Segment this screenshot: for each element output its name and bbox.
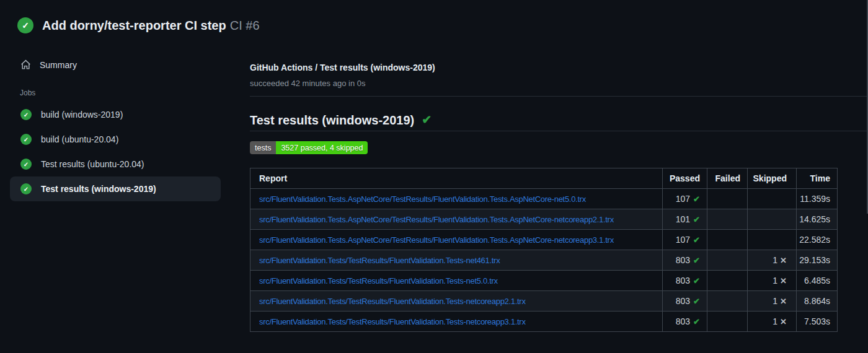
- job-success-icon: ✓: [20, 159, 32, 170]
- workflow-run-page: ✓ Add dorny/test-reporter CI stepCI #6 S…: [0, 0, 868, 353]
- report-table-row: src/FluentValidation.Tests.AspNetCore/Te…: [250, 189, 838, 209]
- run-title-text: Add dorny/test-reporter CI step: [42, 19, 226, 32]
- badge-value: 3527 passed, 4 skipped: [276, 141, 368, 154]
- column-header-passed: Passed: [663, 168, 707, 189]
- passed-cell: 107✔: [663, 230, 707, 250]
- passed-cell: 803✔: [663, 291, 707, 312]
- badge-label: tests: [250, 141, 276, 154]
- passed-cell: 101✔: [663, 209, 707, 230]
- heading-check-icon: ✔: [422, 112, 432, 128]
- time-cell: 22.582s: [797, 230, 838, 250]
- skipped-cross-icon: ✕: [780, 276, 787, 285]
- report-link[interactable]: src/FluentValidation.Tests/TestResults/F…: [259, 256, 500, 265]
- job-label: Test results (ubuntu-20.04): [41, 159, 144, 169]
- divider: [250, 96, 868, 97]
- failed-cell: [707, 271, 748, 291]
- run-title: Add dorny/test-reporter CI stepCI #6: [42, 17, 260, 33]
- divider: [250, 131, 868, 131]
- passed-check-icon: ✔: [693, 297, 700, 306]
- report-table-body: src/FluentValidation.Tests.AspNetCore/Te…: [250, 189, 838, 332]
- job-label: build (windows-2019): [41, 110, 123, 120]
- time-cell: 6.485s: [797, 271, 838, 291]
- job-list: ✓ build (windows-2019) ✓ build (ubuntu-2…: [10, 102, 221, 201]
- failed-cell: [707, 189, 748, 209]
- sidebar: Summary Jobs ✓ build (windows-2019) ✓ bu…: [10, 53, 221, 201]
- sidebar-item-summary[interactable]: Summary: [10, 53, 221, 76]
- report-link[interactable]: src/FluentValidation.Tests/TestResults/F…: [259, 276, 498, 285]
- skipped-cell: 1✕: [748, 291, 797, 312]
- skipped-cell: [748, 189, 797, 209]
- skipped-cell: 1✕: [748, 312, 797, 332]
- report-table-row: src/FluentValidation.Tests.AspNetCore/Te…: [250, 209, 838, 230]
- skipped-cell: [748, 209, 797, 230]
- report-heading: Test results (windows-2019) ✔: [250, 112, 432, 128]
- skipped-cross-icon: ✕: [780, 317, 787, 326]
- time-cell: 11.359s: [797, 189, 838, 209]
- passed-cell: 803✔: [663, 271, 707, 291]
- sidebar-job-item[interactable]: ✓ Test results (ubuntu-20.04): [10, 152, 221, 176]
- skipped-cell: [748, 230, 797, 250]
- report-heading-text: Test results (windows-2019): [250, 112, 414, 128]
- passed-cell: 803✔: [663, 312, 707, 332]
- report-link[interactable]: src/FluentValidation.Tests/TestResults/F…: [259, 297, 526, 306]
- run-success-check-icon: ✓: [17, 17, 33, 33]
- passed-check-icon: ✔: [693, 276, 700, 285]
- job-label: Test results (windows-2019): [41, 184, 156, 194]
- failed-cell: [707, 250, 748, 271]
- table-header-row: Report Passed Failed Skipped Time: [250, 168, 838, 189]
- column-header-report: Report: [250, 168, 663, 189]
- test-report-table: Report Passed Failed Skipped Time src/Fl…: [250, 168, 838, 332]
- report-link[interactable]: src/FluentValidation.Tests.AspNetCore/Te…: [259, 215, 614, 224]
- passed-cell: 803✔: [663, 250, 707, 271]
- skipped-cross-icon: ✕: [780, 256, 787, 265]
- passed-check-icon: ✔: [693, 235, 700, 245]
- job-success-icon: ✓: [20, 134, 32, 145]
- job-success-icon: ✓: [20, 183, 32, 194]
- job-success-icon: ✓: [20, 109, 32, 120]
- report-link[interactable]: src/FluentValidation.Tests.AspNetCore/Te…: [259, 194, 586, 204]
- home-icon: [20, 59, 31, 70]
- passed-check-icon: ✔: [693, 194, 700, 204]
- failed-cell: [707, 230, 748, 250]
- tests-badge: tests 3527 passed, 4 skipped: [250, 141, 368, 154]
- sidebar-job-item[interactable]: ✓ build (windows-2019): [10, 102, 221, 127]
- passed-check-icon: ✔: [693, 317, 700, 326]
- skipped-cell: 1✕: [748, 250, 797, 271]
- time-cell: 7.503s: [797, 312, 838, 332]
- time-cell: 14.625s: [797, 209, 838, 230]
- skipped-cell: 1✕: [748, 271, 797, 291]
- run-number: CI #6: [230, 19, 260, 32]
- failed-cell: [707, 291, 748, 312]
- run-status-text: succeeded 42 minutes ago in 0s: [250, 79, 365, 88]
- failed-cell: [707, 312, 748, 332]
- report-link[interactable]: src/FluentValidation.Tests.AspNetCore/Te…: [259, 235, 614, 245]
- skipped-cross-icon: ✕: [780, 297, 787, 306]
- failed-cell: [707, 209, 748, 230]
- report-table-row: src/FluentValidation.Tests/TestResults/F…: [250, 250, 838, 271]
- column-header-failed: Failed: [707, 168, 748, 189]
- sidebar-job-item[interactable]: ✓ build (ubuntu-20.04): [10, 127, 221, 152]
- report-link[interactable]: src/FluentValidation.Tests/TestResults/F…: [259, 317, 526, 326]
- sidebar-summary-label: Summary: [40, 60, 77, 70]
- run-header: ✓ Add dorny/test-reporter CI stepCI #6: [17, 17, 260, 33]
- passed-cell: 107✔: [663, 189, 707, 209]
- passed-check-icon: ✔: [693, 256, 700, 265]
- column-header-skipped: Skipped: [748, 168, 797, 189]
- report-table-row: src/FluentValidation.Tests/TestResults/F…: [250, 312, 838, 332]
- sidebar-job-item[interactable]: ✓ Test results (windows-2019): [10, 176, 221, 201]
- column-header-time: Time: [797, 168, 838, 189]
- report-table-row: src/FluentValidation.Tests.AspNetCore/Te…: [250, 230, 838, 250]
- report-table-row: src/FluentValidation.Tests/TestResults/F…: [250, 271, 838, 291]
- time-cell: 8.864s: [797, 291, 838, 312]
- time-cell: 29.153s: [797, 250, 838, 271]
- jobs-section-label: Jobs: [10, 76, 221, 102]
- report-table-row: src/FluentValidation.Tests/TestResults/F…: [250, 291, 838, 312]
- passed-check-icon: ✔: [693, 215, 700, 224]
- job-label: build (ubuntu-20.04): [41, 134, 118, 144]
- check-suite-breadcrumb: GitHub Actions / Test results (windows-2…: [250, 63, 435, 72]
